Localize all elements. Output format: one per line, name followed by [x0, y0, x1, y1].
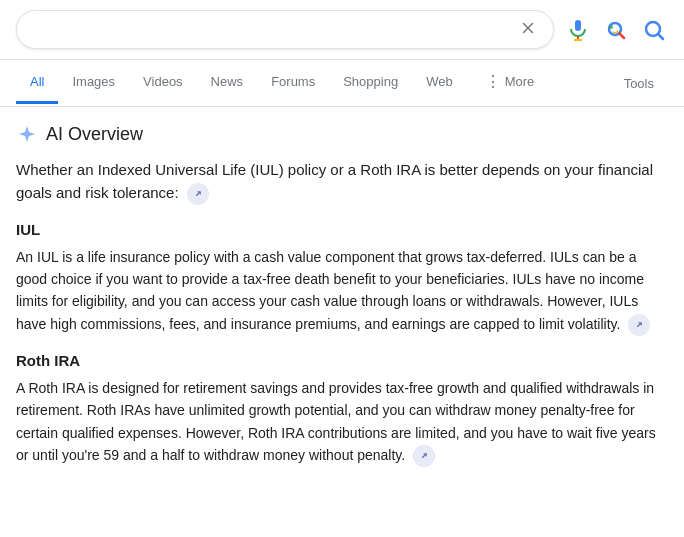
ai-sparkle-icon [16, 123, 38, 145]
roth-ira-body: A Roth IRA is designed for retirement sa… [16, 377, 668, 467]
svg-point-6 [609, 25, 613, 29]
clear-icon[interactable] [519, 19, 537, 40]
svg-rect-2 [575, 20, 581, 31]
iul-link-icon[interactable] [628, 314, 650, 336]
roth-ira-link-icon[interactable] [413, 445, 435, 467]
voice-search-icon[interactable] [564, 16, 592, 44]
search-input-wrapper: is an iul better than an IRA [16, 10, 554, 49]
tab-videos[interactable]: Videos [129, 62, 197, 104]
more-dots-icon: ⋮ [485, 72, 501, 91]
iul-title: IUL [16, 221, 668, 238]
roth-ira-section: Roth IRA A Roth IRA is designed for reti… [16, 352, 668, 467]
lens-icon[interactable] [602, 16, 630, 44]
svg-line-8 [659, 34, 664, 39]
iul-body: An IUL is a life insurance policy with a… [16, 246, 668, 336]
overview-intro: Whether an Indexed Universal Life (IUL) … [16, 159, 668, 205]
tab-forums[interactable]: Forums [257, 62, 329, 104]
tab-images[interactable]: Images [58, 62, 129, 104]
ai-overview-header: AI Overview [16, 123, 668, 145]
intro-link-icon[interactable] [187, 183, 209, 205]
roth-ira-title: Roth IRA [16, 352, 668, 369]
tab-shopping[interactable]: Shopping [329, 62, 412, 104]
ai-overview-title: AI Overview [46, 124, 143, 145]
search-button[interactable] [640, 16, 668, 44]
iul-section: IUL An IUL is a life insurance policy wi… [16, 221, 668, 336]
tab-news[interactable]: News [197, 62, 258, 104]
main-content: AI Overview Whether an Indexed Universal… [0, 107, 684, 503]
search-input[interactable]: is an iul better than an IRA [33, 21, 509, 39]
tools-tab[interactable]: Tools [610, 64, 668, 103]
tab-web[interactable]: Web [412, 62, 467, 104]
tab-all[interactable]: All [16, 62, 58, 104]
search-bar: is an iul better than an IRA [0, 0, 684, 60]
tab-more[interactable]: ⋮ More [471, 60, 549, 106]
nav-tabs: All Images Videos News Forums Shopping W… [0, 60, 684, 107]
